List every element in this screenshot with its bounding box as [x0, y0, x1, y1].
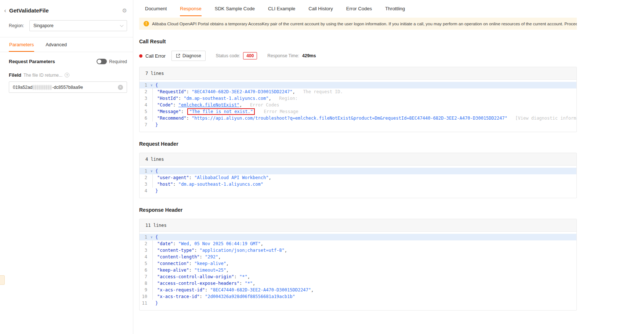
indent-guide	[152, 95, 153, 102]
region-value: Singapore	[33, 23, 54, 28]
required-label: Required	[109, 59, 127, 64]
indent-guide	[152, 181, 153, 188]
close-brace: }	[155, 188, 158, 194]
region-row: Region: Singapore	[0, 19, 133, 37]
call-result-code-block: 7 lines 1∨{2"RequestId": "8EC47440-682D-…	[139, 67, 577, 132]
code-line: 9"x-acs-request-id": "8EC47440-682D-3EE2…	[140, 287, 576, 293]
line-number: 2	[140, 174, 151, 181]
indent-guide	[152, 247, 153, 254]
code-body: 1∨{2"user-agent": "AlibabaCloud API Work…	[140, 166, 576, 198]
line-number: 5	[140, 260, 151, 267]
code-line: 10"x-acs-trace-id": "2d004326a928d06f885…	[140, 293, 576, 300]
tab-parameters[interactable]: Parameters	[9, 37, 34, 52]
json-key: "Code"	[157, 102, 173, 108]
collapse-icon[interactable]: ∨	[151, 82, 155, 88]
json-value: "The file is not exist."	[189, 109, 253, 114]
response-time-value: 429ms	[302, 53, 316, 58]
inline-annotation: Region:	[271, 95, 298, 102]
collapse-icon[interactable]: ∨	[151, 168, 155, 174]
json-value: "https://api.aliyun.com/troubleshoot?q=e…	[192, 115, 507, 121]
json-value: "2d004326a928d06f88556681a19acb1b"	[205, 293, 295, 300]
line-number: 3	[140, 95, 151, 102]
json-value: "application/json;charset=utf-8"	[200, 247, 285, 254]
indent-guide	[152, 102, 153, 108]
line-number: 3	[140, 181, 151, 188]
fileid-input-value: 019a52ad -dc8557b8aa9e	[13, 85, 118, 90]
settings-icon[interactable]: ⚙	[122, 8, 127, 13]
open-brace: {	[155, 82, 158, 88]
json-key: "access-control-allow-origin"	[157, 273, 234, 280]
collapse-panel-icon[interactable]: ‹	[1, 7, 9, 14]
json-key: "RequestId"	[157, 88, 186, 95]
error-code-link[interactable]: "emlcheck.fileNotExist"	[178, 102, 239, 108]
code-line: 2"user-agent": "AlibabaCloud API Workben…	[140, 174, 576, 181]
request-parameters-title: Request Parameters	[9, 59, 55, 64]
json-key: "content-type"	[157, 247, 194, 254]
region-select[interactable]: Singapore	[29, 20, 127, 31]
redacted-segment	[33, 85, 52, 90]
indent-guide	[152, 240, 153, 247]
warning-icon: !	[144, 21, 149, 26]
status-code-label: Status code:	[216, 53, 240, 58]
code-line: 6"Recommend": "https://api.aliyun.com/tr…	[140, 115, 576, 121]
open-brace: {	[155, 234, 158, 240]
line-count-label: 7 lines	[145, 71, 164, 76]
tab-error-codes[interactable]: Error Codes	[346, 0, 372, 17]
code-line: 4}	[140, 188, 576, 194]
content: Call Result Call Error Diagnose Status c…	[139, 39, 577, 311]
json-value: "keep-alive"	[194, 260, 226, 267]
indent-guide	[152, 260, 153, 267]
tab-advanced[interactable]: Advanced	[45, 37, 67, 52]
tab-cli-example[interactable]: CLI Example	[268, 0, 295, 17]
json-value: "Wed, 05 Nov 2025 06:44:19 GMT"	[178, 240, 261, 247]
response-time-label: Response Time:	[267, 53, 299, 58]
indent-guide	[152, 174, 153, 181]
tab-throttling[interactable]: Throttling	[385, 0, 405, 17]
line-number: 2	[140, 240, 151, 247]
feedback-handle[interactable]	[0, 275, 5, 285]
indent-guide	[152, 273, 153, 280]
tab-sdk-sample-code[interactable]: SDK Sample Code	[215, 0, 255, 17]
fileid-input[interactable]: 019a52ad -dc8557b8aa9e ×	[9, 81, 127, 93]
inline-annotation: Error Message	[256, 108, 299, 115]
warning-banner: ! Alibaba Cloud OpenAPI Portal obtains a…	[139, 18, 577, 30]
indent-guide	[152, 108, 153, 115]
open-brace: {	[155, 168, 158, 174]
toggle-knob	[97, 59, 101, 63]
required-toggle[interactable]	[97, 59, 107, 64]
field-hint: The file ID returne...	[23, 73, 62, 78]
diagnose-button[interactable]: Diagnose	[171, 51, 206, 61]
json-key: "Recommend"	[157, 115, 186, 121]
help-icon[interactable]: ?	[65, 73, 69, 77]
line-number: 5	[140, 108, 151, 115]
json-key: "keep-alive"	[157, 267, 189, 273]
collapse-icon[interactable]: ∨	[151, 234, 155, 240]
indent-guide	[152, 88, 153, 95]
line-number: 4	[140, 102, 151, 108]
code-line: 5"connection": "keep-alive",	[140, 260, 576, 267]
request-parameters-row: Request Parameters Required	[0, 52, 133, 64]
code-line: 1∨{	[140, 82, 576, 88]
code-line: 11}	[140, 300, 576, 306]
tab-document[interactable]: Document	[145, 0, 167, 17]
main-panel: Document Response SDK Sample Code CLI Ex…	[133, 0, 644, 334]
external-link-icon	[176, 54, 180, 58]
code-line: 6"keep-alive": "timeout=25",	[140, 267, 576, 273]
json-value: "dm.ap-southeast-1.aliyuncs.com"	[184, 95, 268, 102]
code-block-header: 11 lines	[140, 219, 576, 232]
json-key: "content-length"	[157, 254, 200, 260]
clear-input-icon[interactable]: ×	[118, 85, 123, 90]
tab-response[interactable]: Response	[180, 0, 202, 17]
input-value-suffix: -dc8557b8aa9e	[52, 85, 83, 90]
status-code-badge: 400	[243, 52, 257, 59]
line-number: 3	[140, 247, 151, 254]
json-value: "292"	[205, 254, 218, 260]
json-key: "access-control-expose-headers"	[157, 280, 239, 287]
json-value: "dm.ap-southeast-1.aliyuncs.com"	[178, 181, 263, 188]
tab-call-history[interactable]: Call History	[308, 0, 333, 17]
main-tab-bar: Document Response SDK Sample Code CLI Ex…	[139, 0, 577, 17]
inline-annotation: Error Codes	[242, 102, 279, 108]
indent-guide	[152, 115, 153, 121]
call-result-title: Call Result	[139, 39, 577, 44]
code-line: 7"access-control-allow-origin": "*",	[140, 273, 576, 280]
